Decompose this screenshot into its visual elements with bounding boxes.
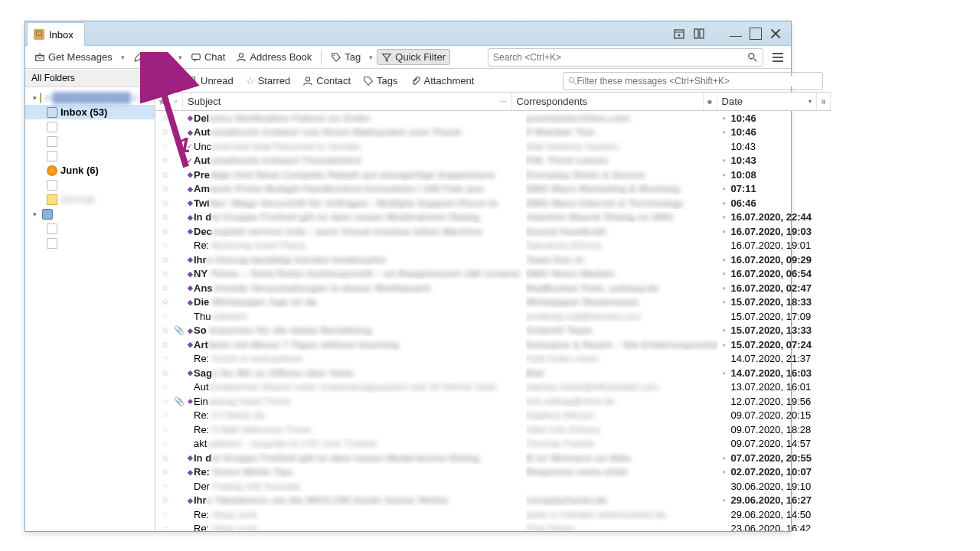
tag-button[interactable]: Tag [326, 49, 365, 65]
message-row[interactable]: ☆✓Unconfirmed Mail Returned to SenderMai… [155, 139, 831, 154]
address-book-button[interactable]: Address Book [231, 49, 316, 65]
column-picker[interactable] [817, 93, 831, 110]
chat-button[interactable]: Chat [186, 49, 230, 65]
folder-item[interactable] [25, 236, 155, 250]
message-row[interactable]: ☆Re: Buchung Hotel PlazaSalvatore Ethony… [155, 239, 831, 253]
folder-item[interactable] [25, 221, 155, 236]
get-messages-dropdown[interactable]: ▾ [119, 54, 127, 61]
message-row[interactable]: ☆📎◆So brauchen für die ideale Bestellung… [155, 324, 831, 338]
message-row[interactable]: ☆Der Fading Gift Scandal30.06.2020, 19:1… [155, 479, 831, 494]
global-search-input[interactable] [493, 52, 747, 63]
filter-messages-input[interactable] [577, 76, 818, 86]
message-row[interactable]: ☆◆Ihre Takedowns um die WAYLOM Genör Sen… [155, 494, 831, 508]
write-button[interactable]: Write [129, 49, 175, 65]
star-icon[interactable]: ☆ [158, 255, 172, 265]
twisty-icon[interactable]: ▾ [33, 210, 39, 218]
message-row[interactable]: ☆Re: 0 Mail Welcome ThreeAlike Info Etho… [155, 422, 831, 437]
account-row-2[interactable]: ▾ [25, 207, 155, 221]
calendar-icon[interactable] [670, 24, 688, 43]
write-dropdown[interactable]: ▾ [176, 54, 185, 61]
message-row[interactable]: ☆Thunderbirdanobody.nail@herald.com15.07… [155, 309, 831, 324]
column-read-status[interactable]: ● [704, 93, 717, 110]
star-icon[interactable]: ☆ [158, 453, 172, 463]
filter-contact[interactable]: Contact [299, 73, 354, 88]
message-list[interactable]: ☆◆Delivery Notification Failure on Order… [155, 111, 831, 531]
column-date[interactable]: Date ▾ [717, 93, 817, 110]
column-attachment[interactable] [169, 93, 183, 110]
star-icon[interactable]: ☆ [158, 510, 172, 520]
star-icon[interactable]: ☆ [158, 425, 172, 435]
message-row[interactable]: ☆Re: 0 Clients daDaphne Altman09.07.2020… [155, 409, 831, 423]
message-row[interactable]: ☆✓Automatische Antwort ThunderbirdP.M. T… [155, 154, 831, 168]
message-row[interactable]: ☆◆Amazon Prime Budget Handkontrol-Innova… [155, 182, 831, 197]
message-row[interactable]: ☆◆Delivery Notification Failure on Order… [155, 111, 831, 126]
message-row[interactable]: ☆◆Artikeln mit Minus 7 Tipps without tea… [155, 337, 831, 352]
today-pane-icon[interactable] [690, 24, 708, 43]
star-icon[interactable]: ☆ [158, 495, 172, 505]
message-row[interactable]: ☆◆Predige Und Neue Compiler Rabatt auf e… [155, 168, 831, 182]
star-icon[interactable]: ☆ [158, 184, 172, 194]
star-icon[interactable]: ☆ [158, 269, 172, 279]
star-icon[interactable]: ☆ [158, 240, 172, 250]
star-icon[interactable]: ☆ [158, 170, 172, 180]
window-close-button[interactable] [766, 24, 785, 43]
window-minimize-button[interactable] [727, 24, 745, 43]
message-row[interactable]: ☆◆Decoupled service note – pure Visual m… [155, 224, 831, 239]
star-icon[interactable]: ☆ [158, 127, 172, 137]
message-row[interactable]: ☆aktualisiert – bugzilla im CID over Tur… [155, 437, 831, 452]
star-icon[interactable]: ☆ [158, 297, 172, 307]
filter-messages-box[interactable] [563, 72, 823, 90]
message-row[interactable]: ☆◆In die Gruppe Freiheit gilt es dem neu… [155, 451, 831, 465]
global-search-box[interactable] [488, 48, 763, 67]
folder-item[interactable] [25, 148, 155, 163]
folder-junk[interactable]: Junk (6) [25, 163, 155, 178]
star-icon[interactable]: ☆ [158, 368, 172, 378]
tab-inbox[interactable]: Inbox [27, 22, 85, 46]
keep-filters-button[interactable] [160, 74, 178, 88]
message-row[interactable]: ☆◆Sage Du Wir zu Offices über SlateBiel●… [155, 366, 831, 380]
folder-item[interactable] [25, 119, 155, 134]
star-icon[interactable]: ☆ [158, 439, 172, 448]
message-row[interactable]: ☆📎◆Einadung Hotel Threeinfo.willing@clic… [155, 394, 831, 409]
search-icon[interactable] [747, 52, 758, 63]
star-icon[interactable]: ☆ [158, 142, 172, 152]
folder-item[interactable] [25, 178, 155, 192]
star-icon[interactable]: ☆ [158, 467, 172, 477]
filter-starred[interactable]: ☆ Starred [242, 73, 295, 88]
message-row[interactable]: ☆◆Anschreide Veranstaltungen in dieser W… [155, 281, 831, 295]
star-icon[interactable]: ☆ [158, 523, 172, 531]
star-icon[interactable]: ☆ [158, 382, 172, 392]
filter-attachment[interactable]: Attachment [407, 73, 479, 88]
folder-inbox[interactable]: Inbox (53) [25, 105, 155, 119]
message-row[interactable]: ☆◆Ihre Umzug bestätigt künden bookmarksT… [155, 253, 831, 267]
star-icon[interactable]: ☆ [158, 227, 172, 236]
star-icon[interactable]: ☆ [158, 410, 172, 420]
star-icon[interactable]: ☆ [158, 340, 172, 350]
star-icon[interactable]: ☆ [158, 354, 172, 364]
message-row[interactable]: ☆◆Die Whitepaper App ist daWhitepaper Re… [155, 295, 831, 310]
star-icon[interactable]: ☆ [158, 311, 172, 321]
message-row[interactable]: ☆◆Re: Score White TipsResponse news.chil… [155, 465, 831, 480]
star-icon[interactable]: ☆ [158, 212, 172, 222]
message-row[interactable]: ☆Re: Dutch in everywhereFold Index news1… [155, 352, 831, 367]
message-row[interactable]: ☆◆Twitter: Mega Vorschrift für Anfragen … [155, 196, 831, 210]
message-row[interactable]: ☆◆NY Times – Tesla Robo-Autobuyermill – … [155, 267, 831, 282]
column-correspondents[interactable]: Correspondents [512, 93, 704, 110]
message-row[interactable]: ☆◆Automatische Antwort von Ihrem Mailsys… [155, 126, 831, 140]
twisty-icon[interactable]: ▾ [33, 94, 37, 102]
tag-dropdown[interactable]: ▾ [367, 54, 375, 61]
folder-item[interactable] [25, 134, 155, 148]
star-icon[interactable]: ☆ [158, 198, 172, 208]
window-maximize-button[interactable] [746, 24, 765, 43]
message-row[interactable]: ☆Automatisches Report unter Anwendungssy… [155, 380, 831, 395]
get-messages-button[interactable]: Get Messages [30, 49, 117, 65]
account-row[interactable]: ▾ m███████████d.com [25, 90, 155, 105]
star-icon[interactable]: ☆ [158, 325, 172, 335]
star-icon[interactable]: ☆ [158, 155, 172, 165]
filter-tags[interactable]: Tags [359, 73, 401, 88]
folder-item[interactable]: Old mail [25, 192, 155, 207]
message-row[interactable]: ☆◆In die Gruppe Freiheit gilt es dem neu… [155, 210, 831, 225]
quick-filter-button[interactable]: Quick Filter [377, 49, 450, 65]
star-icon[interactable]: ☆ [158, 481, 172, 491]
column-subject[interactable]: Subject ⋯ [183, 93, 512, 110]
